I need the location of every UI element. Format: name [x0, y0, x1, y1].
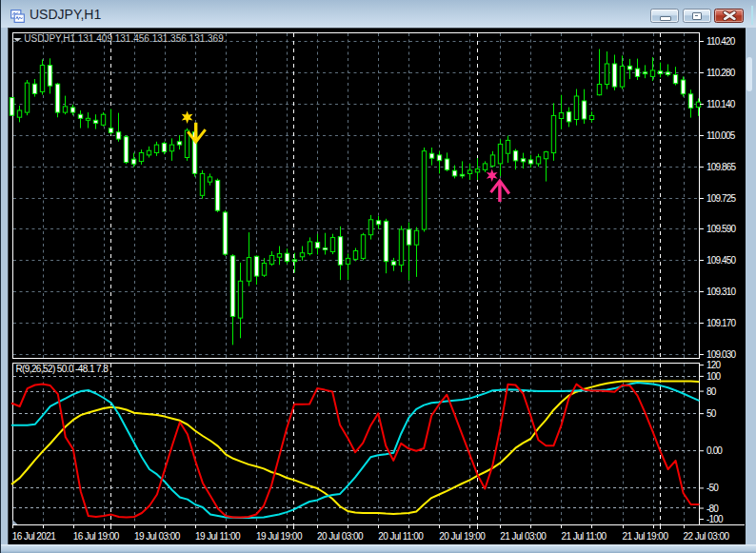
svg-text:50: 50 [706, 408, 717, 419]
svg-text:-80: -80 [706, 504, 719, 514]
svg-text:109.030: 109.030 [706, 349, 736, 360]
svg-text:20 Jul 19:00: 20 Jul 19:00 [439, 531, 486, 542]
svg-text:19 Jul 03:00: 19 Jul 03:00 [134, 531, 181, 542]
svg-text:110.280: 110.280 [706, 68, 736, 78]
svg-text:20 Jul 11:00: 20 Jul 11:00 [378, 531, 424, 542]
svg-text:16 Jul 2021: 16 Jul 2021 [12, 531, 57, 542]
svg-text:80: 80 [706, 386, 717, 397]
svg-text:110.420: 110.420 [706, 36, 736, 47]
svg-text:21 Jul 11:00: 21 Jul 11:00 [561, 531, 607, 542]
svg-text:-50: -50 [706, 483, 719, 493]
svg-text:110.140: 110.140 [706, 99, 736, 109]
svg-text:109.450: 109.450 [706, 255, 736, 266]
svg-text:20 Jul 03:00: 20 Jul 03:00 [317, 531, 364, 542]
svg-text:109.865: 109.865 [706, 162, 736, 172]
svg-text:0.00: 0.00 [706, 445, 723, 456]
svg-text:USDJPY,H1 131.409 131.456 131.: USDJPY,H1 131.409 131.456 131.356 131.36… [24, 33, 224, 44]
svg-text:100: 100 [706, 371, 721, 382]
svg-text:16 Jul 19:00: 16 Jul 19:00 [73, 531, 120, 542]
svg-text:120: 120 [706, 360, 721, 370]
svg-text:-100: -100 [706, 514, 724, 524]
svg-text:109.310: 109.310 [706, 286, 736, 297]
svg-text:21 Jul 19:00: 21 Jul 19:00 [623, 531, 669, 542]
svg-text:109.590: 109.590 [706, 224, 736, 234]
svg-text:19 Jul 11:00: 19 Jul 11:00 [195, 531, 241, 542]
svg-text:110.005: 110.005 [706, 130, 736, 141]
svg-text:109.725: 109.725 [706, 193, 736, 204]
svg-text:R(9,26,52) 50.0 -48.1 7.8: R(9,26,52) 50.0 -48.1 7.8 [15, 364, 109, 374]
svg-text:109.170: 109.170 [706, 318, 736, 328]
svg-text:22 Jul 03:00: 22 Jul 03:00 [684, 531, 730, 542]
svg-text:19 Jul 19:00: 19 Jul 19:00 [256, 531, 303, 542]
svg-text:21 Jul 03:00: 21 Jul 03:00 [500, 531, 547, 542]
